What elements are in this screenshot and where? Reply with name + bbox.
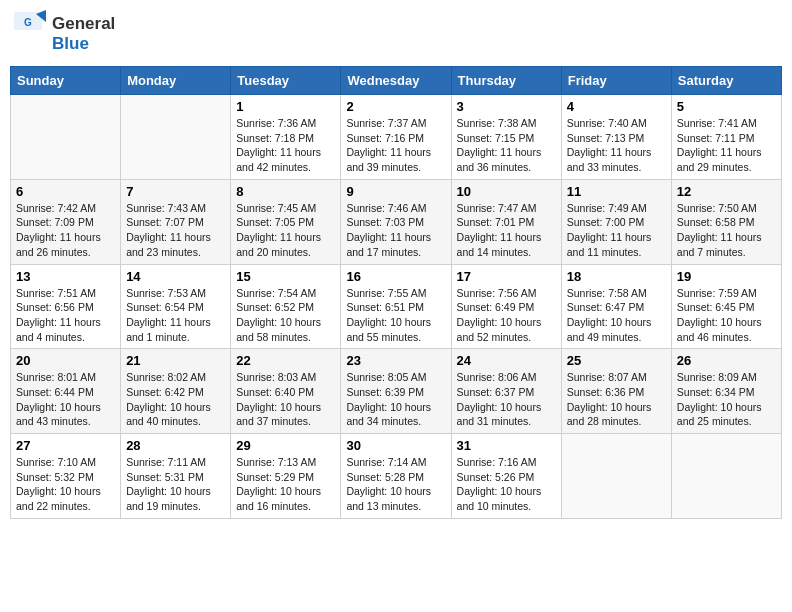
day-number: 27 <box>16 438 115 453</box>
calendar-cell: 19Sunrise: 7:59 AMSunset: 6:45 PMDayligh… <box>671 264 781 349</box>
logo-general-text: General <box>52 14 115 34</box>
calendar-cell: 20Sunrise: 8:01 AMSunset: 6:44 PMDayligh… <box>11 349 121 434</box>
calendar-cell: 6Sunrise: 7:42 AMSunset: 7:09 PMDaylight… <box>11 179 121 264</box>
day-info: Sunrise: 7:16 AMSunset: 5:26 PMDaylight:… <box>457 455 556 514</box>
day-of-week-header: Friday <box>561 67 671 95</box>
calendar-cell: 24Sunrise: 8:06 AMSunset: 6:37 PMDayligh… <box>451 349 561 434</box>
calendar-cell: 8Sunrise: 7:45 AMSunset: 7:05 PMDaylight… <box>231 179 341 264</box>
calendar-week-row: 20Sunrise: 8:01 AMSunset: 6:44 PMDayligh… <box>11 349 782 434</box>
calendar-cell: 23Sunrise: 8:05 AMSunset: 6:39 PMDayligh… <box>341 349 451 434</box>
calendar-cell: 17Sunrise: 7:56 AMSunset: 6:49 PMDayligh… <box>451 264 561 349</box>
day-info: Sunrise: 7:40 AMSunset: 7:13 PMDaylight:… <box>567 116 666 175</box>
day-number: 29 <box>236 438 335 453</box>
day-info: Sunrise: 7:43 AMSunset: 7:07 PMDaylight:… <box>126 201 225 260</box>
calendar-cell: 31Sunrise: 7:16 AMSunset: 5:26 PMDayligh… <box>451 434 561 519</box>
day-of-week-header: Saturday <box>671 67 781 95</box>
day-info: Sunrise: 7:53 AMSunset: 6:54 PMDaylight:… <box>126 286 225 345</box>
day-info: Sunrise: 8:07 AMSunset: 6:36 PMDaylight:… <box>567 370 666 429</box>
calendar-week-row: 13Sunrise: 7:51 AMSunset: 6:56 PMDayligh… <box>11 264 782 349</box>
day-number: 4 <box>567 99 666 114</box>
calendar-week-row: 27Sunrise: 7:10 AMSunset: 5:32 PMDayligh… <box>11 434 782 519</box>
calendar-cell: 3Sunrise: 7:38 AMSunset: 7:15 PMDaylight… <box>451 95 561 180</box>
day-number: 14 <box>126 269 225 284</box>
calendar-cell: 26Sunrise: 8:09 AMSunset: 6:34 PMDayligh… <box>671 349 781 434</box>
day-number: 15 <box>236 269 335 284</box>
calendar-cell: 12Sunrise: 7:50 AMSunset: 6:58 PMDayligh… <box>671 179 781 264</box>
day-number: 10 <box>457 184 556 199</box>
day-info: Sunrise: 7:46 AMSunset: 7:03 PMDaylight:… <box>346 201 445 260</box>
calendar-cell: 13Sunrise: 7:51 AMSunset: 6:56 PMDayligh… <box>11 264 121 349</box>
calendar-week-row: 6Sunrise: 7:42 AMSunset: 7:09 PMDaylight… <box>11 179 782 264</box>
calendar-cell: 11Sunrise: 7:49 AMSunset: 7:00 PMDayligh… <box>561 179 671 264</box>
day-number: 17 <box>457 269 556 284</box>
calendar-cell: 18Sunrise: 7:58 AMSunset: 6:47 PMDayligh… <box>561 264 671 349</box>
day-number: 24 <box>457 353 556 368</box>
calendar-cell: 5Sunrise: 7:41 AMSunset: 7:11 PMDaylight… <box>671 95 781 180</box>
day-number: 7 <box>126 184 225 199</box>
day-of-week-header: Sunday <box>11 67 121 95</box>
day-number: 28 <box>126 438 225 453</box>
calendar-cell: 28Sunrise: 7:11 AMSunset: 5:31 PMDayligh… <box>121 434 231 519</box>
calendar-cell <box>11 95 121 180</box>
day-number: 25 <box>567 353 666 368</box>
day-number: 18 <box>567 269 666 284</box>
calendar-cell: 21Sunrise: 8:02 AMSunset: 6:42 PMDayligh… <box>121 349 231 434</box>
day-info: Sunrise: 7:41 AMSunset: 7:11 PMDaylight:… <box>677 116 776 175</box>
day-info: Sunrise: 7:51 AMSunset: 6:56 PMDaylight:… <box>16 286 115 345</box>
day-number: 2 <box>346 99 445 114</box>
day-number: 6 <box>16 184 115 199</box>
day-number: 26 <box>677 353 776 368</box>
calendar-cell: 30Sunrise: 7:14 AMSunset: 5:28 PMDayligh… <box>341 434 451 519</box>
day-number: 5 <box>677 99 776 114</box>
calendar-cell: 9Sunrise: 7:46 AMSunset: 7:03 PMDaylight… <box>341 179 451 264</box>
day-number: 3 <box>457 99 556 114</box>
day-number: 20 <box>16 353 115 368</box>
day-info: Sunrise: 7:59 AMSunset: 6:45 PMDaylight:… <box>677 286 776 345</box>
day-info: Sunrise: 7:49 AMSunset: 7:00 PMDaylight:… <box>567 201 666 260</box>
calendar-cell: 1Sunrise: 7:36 AMSunset: 7:18 PMDaylight… <box>231 95 341 180</box>
calendar-cell: 14Sunrise: 7:53 AMSunset: 6:54 PMDayligh… <box>121 264 231 349</box>
day-of-week-header: Tuesday <box>231 67 341 95</box>
day-info: Sunrise: 7:13 AMSunset: 5:29 PMDaylight:… <box>236 455 335 514</box>
calendar-cell: 16Sunrise: 7:55 AMSunset: 6:51 PMDayligh… <box>341 264 451 349</box>
header-row: SundayMondayTuesdayWednesdayThursdayFrid… <box>11 67 782 95</box>
day-of-week-header: Thursday <box>451 67 561 95</box>
day-number: 12 <box>677 184 776 199</box>
day-of-week-header: Monday <box>121 67 231 95</box>
calendar-cell: 10Sunrise: 7:47 AMSunset: 7:01 PMDayligh… <box>451 179 561 264</box>
day-number: 16 <box>346 269 445 284</box>
calendar-cell: 4Sunrise: 7:40 AMSunset: 7:13 PMDaylight… <box>561 95 671 180</box>
calendar-cell: 15Sunrise: 7:54 AMSunset: 6:52 PMDayligh… <box>231 264 341 349</box>
calendar-cell <box>561 434 671 519</box>
day-info: Sunrise: 7:38 AMSunset: 7:15 PMDaylight:… <box>457 116 556 175</box>
day-number: 21 <box>126 353 225 368</box>
day-number: 31 <box>457 438 556 453</box>
day-info: Sunrise: 7:54 AMSunset: 6:52 PMDaylight:… <box>236 286 335 345</box>
logo-svg-container: G <box>14 10 46 58</box>
day-number: 1 <box>236 99 335 114</box>
day-number: 23 <box>346 353 445 368</box>
logo: G General Blue <box>14 10 115 58</box>
day-info: Sunrise: 8:01 AMSunset: 6:44 PMDaylight:… <box>16 370 115 429</box>
page-header: G General Blue <box>10 10 782 58</box>
day-info: Sunrise: 7:58 AMSunset: 6:47 PMDaylight:… <box>567 286 666 345</box>
calendar-week-row: 1Sunrise: 7:36 AMSunset: 7:18 PMDaylight… <box>11 95 782 180</box>
day-info: Sunrise: 8:09 AMSunset: 6:34 PMDaylight:… <box>677 370 776 429</box>
calendar-cell: 27Sunrise: 7:10 AMSunset: 5:32 PMDayligh… <box>11 434 121 519</box>
day-number: 22 <box>236 353 335 368</box>
calendar-cell: 2Sunrise: 7:37 AMSunset: 7:16 PMDaylight… <box>341 95 451 180</box>
calendar-cell: 22Sunrise: 8:03 AMSunset: 6:40 PMDayligh… <box>231 349 341 434</box>
day-info: Sunrise: 7:14 AMSunset: 5:28 PMDaylight:… <box>346 455 445 514</box>
calendar-cell <box>671 434 781 519</box>
day-number: 8 <box>236 184 335 199</box>
day-info: Sunrise: 7:47 AMSunset: 7:01 PMDaylight:… <box>457 201 556 260</box>
day-info: Sunrise: 7:10 AMSunset: 5:32 PMDaylight:… <box>16 455 115 514</box>
day-info: Sunrise: 7:55 AMSunset: 6:51 PMDaylight:… <box>346 286 445 345</box>
day-info: Sunrise: 8:02 AMSunset: 6:42 PMDaylight:… <box>126 370 225 429</box>
day-number: 13 <box>16 269 115 284</box>
calendar-cell: 25Sunrise: 8:07 AMSunset: 6:36 PMDayligh… <box>561 349 671 434</box>
svg-text:G: G <box>24 17 32 28</box>
day-info: Sunrise: 7:50 AMSunset: 6:58 PMDaylight:… <box>677 201 776 260</box>
day-info: Sunrise: 8:06 AMSunset: 6:37 PMDaylight:… <box>457 370 556 429</box>
calendar-cell: 29Sunrise: 7:13 AMSunset: 5:29 PMDayligh… <box>231 434 341 519</box>
